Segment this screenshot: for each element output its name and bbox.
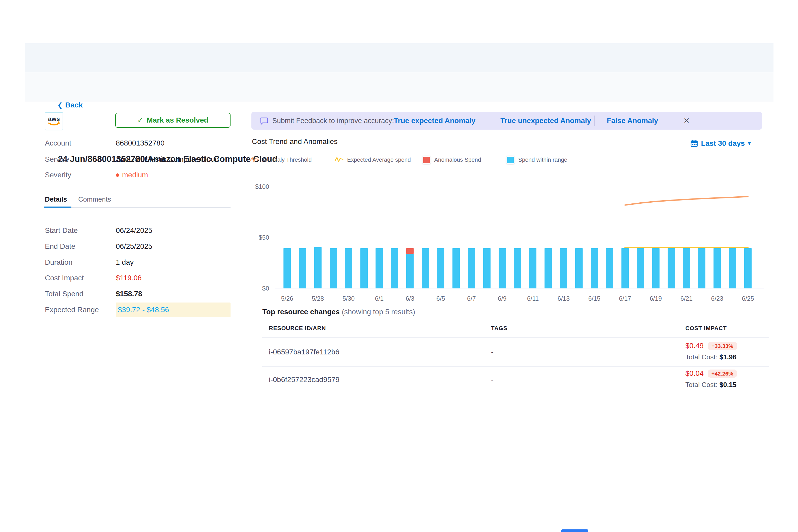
back-button[interactable]: ❮ Back — [57, 101, 83, 109]
bar-5/29[interactable] — [330, 248, 337, 288]
feedback-option-3[interactable]: False Anomaly — [607, 112, 658, 130]
resource-table-heading: Top resource changes (showing top 5 resu… — [262, 308, 415, 316]
x-axis-label: 6/15 — [582, 295, 607, 303]
bar-anomalous-6/3[interactable] — [406, 248, 414, 254]
check-icon: ✓ — [137, 116, 143, 125]
total-cost-value: $1.96 — [720, 353, 737, 361]
date-range-label: Last 30 days — [701, 139, 745, 148]
cost-trend-chart: $0$50$1005/265/285/306/16/36/56/76/96/11… — [252, 180, 770, 303]
x-axis-label: 6/23 — [705, 295, 730, 303]
detail-label: End Date — [45, 242, 75, 251]
x-axis-label: 6/1 — [367, 295, 392, 303]
legend-item-anomaly-threshold: Anomaly Threshold — [250, 156, 312, 164]
speech-bubble-icon — [260, 117, 268, 125]
bar-6/22[interactable] — [698, 248, 705, 288]
resource-id-cell: i-0b6f257223cad9579 — [269, 376, 340, 384]
bar-6/23[interactable] — [714, 248, 721, 288]
bar-6/5[interactable] — [437, 248, 444, 288]
bar-6/8[interactable] — [483, 248, 491, 288]
bar-5/31[interactable] — [360, 248, 368, 288]
bar-6/9[interactable] — [499, 248, 506, 288]
detail-value: $158.78 — [116, 289, 142, 298]
x-axis-label: 5/30 — [336, 295, 361, 303]
total-cost-line: Total Cost:$1.96 — [685, 353, 737, 361]
detail-label: Cost Impact — [45, 273, 84, 282]
y-axis-label: $0 — [252, 285, 269, 292]
legend-square-icon — [507, 156, 515, 164]
bar-6/15[interactable] — [591, 248, 598, 288]
x-axis-label: 5/26 — [274, 295, 300, 303]
bar-6/3[interactable] — [406, 254, 414, 288]
bar-6/18[interactable] — [637, 248, 644, 288]
x-axis-label: 6/21 — [674, 295, 699, 303]
bar-6/25[interactable] — [744, 248, 752, 288]
x-axis-label: 6/7 — [459, 295, 484, 303]
squiggle-line-icon — [335, 156, 343, 164]
detail-label: Start Date — [45, 226, 78, 235]
table-column-header: RESOURCE ID/ARN — [269, 325, 326, 332]
aws-logo-icon: aws — [47, 115, 61, 127]
bar-6/13[interactable] — [560, 248, 567, 288]
summary-label: Account — [45, 139, 71, 148]
bar-6/6[interactable] — [453, 248, 460, 288]
resource-table-title: Top resource changes — [262, 308, 340, 316]
table-column-header: COST IMPACT — [685, 325, 727, 332]
detail-label: Expected Range — [45, 305, 99, 314]
bar-6/16[interactable] — [606, 248, 613, 288]
detail-value: 1 day — [116, 258, 134, 267]
y-axis-label: $50 — [252, 234, 269, 242]
bar-5/26[interactable] — [283, 248, 291, 288]
feedback-option-2[interactable]: True unexpected Anomaly — [500, 112, 591, 130]
bar-6/17[interactable] — [622, 248, 629, 288]
tags-cell: - — [491, 376, 493, 384]
summary-label: Service — [45, 155, 69, 164]
x-axis-label: 6/19 — [643, 295, 668, 303]
x-axis-label: 5/28 — [305, 295, 330, 303]
table-row: i-06597ba197fe112b6-$0.49+33.33%Total Co… — [262, 338, 769, 367]
x-axis-label: 6/3 — [397, 295, 422, 303]
table-row: i-0b6f257223cad9579-$0.04+42.26%Total Co… — [262, 366, 769, 393]
cost-impact-value: $0.49 — [685, 342, 704, 350]
bar-5/27[interactable] — [299, 248, 306, 288]
bar-6/4[interactable] — [422, 248, 429, 288]
total-cost-value: $0.15 — [720, 381, 737, 388]
date-range-selector[interactable]: Last 30 days ▾ — [690, 139, 751, 148]
bar-6/1[interactable] — [376, 248, 383, 288]
anomaly-threshold-line — [625, 197, 748, 205]
detail-value: $119.06 — [116, 273, 141, 282]
summary-value: Amazon Elastic Compute Cloud — [116, 155, 219, 164]
bar-6/21[interactable] — [683, 248, 690, 288]
bar-5/28[interactable] — [314, 247, 322, 288]
cost-impact-cell: $0.49+33.33% — [685, 342, 737, 350]
bar-6/11[interactable] — [529, 248, 536, 288]
bottom-partial-element — [561, 529, 588, 532]
legend-label: Anomalous Spend — [434, 156, 481, 163]
bar-6/14[interactable] — [575, 248, 583, 288]
bar-6/7[interactable] — [468, 248, 475, 288]
severity-dot-icon — [116, 173, 119, 177]
x-axis-label: 6/9 — [490, 295, 515, 303]
tab-details[interactable]: Details — [45, 195, 67, 204]
feedback-option-1[interactable]: True expected Anomaly — [394, 112, 475, 130]
bar-6/20[interactable] — [668, 248, 675, 288]
x-axis-label: 6/17 — [613, 295, 638, 303]
mark-as-resolved-button[interactable]: ✓ Mark as Resolved — [115, 113, 230, 128]
x-axis-label: 6/5 — [428, 295, 453, 303]
feedback-close-icon[interactable]: ✕ — [683, 112, 690, 130]
bar-6/19[interactable] — [652, 248, 660, 288]
bar-6/12[interactable] — [545, 248, 552, 288]
calendar-icon — [690, 139, 698, 147]
tags-cell: - — [491, 348, 493, 356]
bar-6/10[interactable] — [514, 248, 521, 288]
aws-provider-badge: aws — [45, 112, 63, 130]
resource-id-cell: i-06597ba197fe112b6 — [269, 348, 339, 356]
legend-item-anomalous-spend: Anomalous Spend — [422, 156, 481, 164]
bar-6/2[interactable] — [391, 248, 398, 288]
tab-comments[interactable]: Comments — [78, 195, 111, 204]
detail-value: 06/25/2025 — [116, 242, 152, 251]
bar-5/30[interactable] — [345, 248, 352, 288]
summary-value: 868001352780 — [116, 139, 165, 148]
bar-6/24[interactable] — [729, 248, 736, 288]
back-label: Back — [65, 101, 83, 109]
panel-divider — [243, 107, 243, 402]
